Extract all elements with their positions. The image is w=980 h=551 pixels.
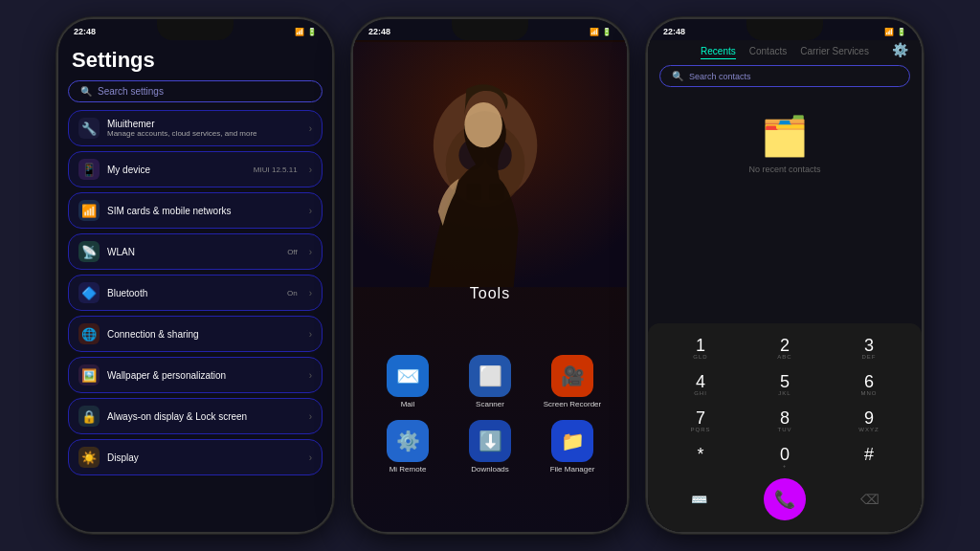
wallpaper-icon: 🖼️ bbox=[78, 364, 100, 386]
dialpad-num-3: 3 bbox=[864, 337, 874, 354]
wlan-chevron: › bbox=[309, 247, 312, 257]
signal-icon-3: 📶 bbox=[884, 28, 894, 36]
settings-content: Settings 🔍 Search settings 🔧 Miuithemer … bbox=[58, 40, 332, 532]
dialpad-sub-0: + bbox=[783, 463, 788, 469]
dialpad-key-4[interactable]: 4 GHI bbox=[659, 367, 742, 402]
tab-contacts[interactable]: Contacts bbox=[749, 44, 787, 59]
display-icon: ☀️ bbox=[78, 447, 100, 468]
display-title: Display bbox=[107, 452, 301, 463]
bluetooth-badge: On bbox=[287, 289, 298, 298]
dialpad-num-*: * bbox=[697, 446, 703, 463]
tab-carrier[interactable]: Carrier Services bbox=[800, 44, 869, 59]
wallpaper-art bbox=[353, 40, 627, 289]
dialpad-actions: ⌨️ 📞 ⌫ bbox=[659, 474, 910, 522]
settings-item-always-on[interactable]: 🔒 Always-on display & Lock screen › bbox=[68, 398, 323, 434]
svg-point-7 bbox=[464, 102, 501, 147]
status-icons-2: 📶 🔋 bbox=[590, 28, 612, 36]
my-device-title: My device bbox=[107, 165, 246, 175]
status-time-2: 22:48 bbox=[368, 27, 390, 36]
contacts-search-icon: 🔍 bbox=[672, 71, 683, 81]
dialpad-grid: 1 GLD 2 ABC 3 DEF 4 GHI 5 JKL 6 MNO 7 PQ… bbox=[659, 331, 910, 474]
dialpad-sub-7: PQRS bbox=[690, 427, 710, 432]
mi-remote-label: Mi Remote bbox=[390, 465, 427, 474]
tools-app-mail[interactable]: ✉️ Mail bbox=[372, 355, 443, 409]
dialpad-key-7[interactable]: 7 PQRS bbox=[659, 404, 742, 438]
dialpad-key-6[interactable]: 6 MNO bbox=[828, 367, 910, 402]
dialpad-sub-9: WXYZ bbox=[858, 427, 879, 432]
dialpad-key-5[interactable]: 5 JKL bbox=[744, 367, 826, 402]
sim-cards-title: SIM cards & mobile networks bbox=[107, 206, 301, 216]
mail-label: Mail bbox=[401, 400, 415, 409]
status-bar-2: 22:48 📶 🔋 bbox=[353, 19, 627, 40]
bluetooth-icon: 🔷 bbox=[78, 282, 100, 303]
always-on-chevron: › bbox=[309, 411, 312, 422]
tools-app-mi-remote[interactable]: ⚙️ Mi Remote bbox=[372, 420, 443, 474]
downloads-icon: ⬇️ bbox=[469, 420, 511, 462]
dialpad-key-8[interactable]: 8 TUV bbox=[744, 404, 826, 438]
connection-sharing-chevron: › bbox=[309, 329, 312, 340]
tools-app-screen-recorder[interactable]: 🎥 Screen Recorder bbox=[537, 355, 608, 409]
contacts-search-placeholder: Search contacts bbox=[689, 72, 751, 81]
dialpad-left-action[interactable]: ⌨️ bbox=[684, 484, 715, 515]
dialpad-key-0[interactable]: 0 + bbox=[744, 440, 826, 474]
tools-app-downloads[interactable]: ⬇️ Downloads bbox=[455, 420, 525, 474]
tools-content: Tools ✉️ Mail ⬜ Scanner 🎥 Screen Recorde… bbox=[353, 40, 627, 532]
dialpad-num-6: 6 bbox=[864, 373, 874, 390]
settings-item-bluetooth[interactable]: 🔷 Bluetooth On › bbox=[68, 275, 323, 311]
empty-contacts-text: No recent contacts bbox=[748, 165, 820, 174]
settings-item-my-device[interactable]: 📱 My device MIUI 12.5.11 › bbox=[68, 151, 323, 187]
wallpaper-chevron: › bbox=[309, 370, 312, 381]
my-device-chevron: › bbox=[309, 165, 312, 175]
dialpad-sub-5: JKL bbox=[778, 390, 791, 396]
tools-apps-grid: ✉️ Mail ⬜ Scanner 🎥 Screen Recorder ⚙️ M… bbox=[353, 355, 627, 474]
display-chevron: › bbox=[309, 452, 312, 463]
tools-app-scanner[interactable]: ⬜ Scanner bbox=[455, 355, 525, 409]
dialpad-key-3[interactable]: 3 DEF bbox=[828, 331, 910, 365]
sim-cards-chevron: › bbox=[309, 206, 312, 216]
scanner-icon: ⬜ bbox=[469, 355, 511, 397]
dialpad-key-1[interactable]: 1 GLD bbox=[659, 331, 742, 365]
settings-item-display[interactable]: ☀️ Display › bbox=[68, 439, 323, 475]
settings-item-wlan[interactable]: 📡 WLAN Off › bbox=[68, 233, 323, 270]
tab-recents[interactable]: Recents bbox=[701, 44, 736, 59]
dialpad-key-#[interactable]: # bbox=[828, 440, 910, 474]
phone-settings: 22:48 📶 🔋 Settings 🔍 Search settings 🔧 M… bbox=[56, 17, 334, 534]
miuithemer-title: Miuithemer bbox=[107, 119, 301, 129]
dialpad: 1 GLD 2 ABC 3 DEF 4 GHI 5 JKL 6 MNO 7 PQ… bbox=[648, 323, 922, 532]
dialpad-key-*[interactable]: * bbox=[659, 440, 742, 474]
wlan-title: WLAN bbox=[107, 247, 279, 257]
tools-screen: 22:48 📶 🔋 bbox=[353, 19, 627, 532]
dialpad-key-2[interactable]: 2 ABC bbox=[744, 331, 826, 365]
miuithemer-icon: 🔧 bbox=[78, 118, 100, 139]
downloads-label: Downloads bbox=[471, 465, 509, 474]
dialpad-right-action[interactable]: ⌫ bbox=[855, 484, 885, 515]
call-icon: 📞 bbox=[774, 489, 795, 510]
tools-app-file-manager[interactable]: 📁 File Manager bbox=[537, 420, 608, 474]
phone-dialer: 22:48 📶 🔋 ⚙️ RecentsContactsCarrier Serv… bbox=[646, 17, 924, 534]
wlan-icon: 📡 bbox=[78, 241, 100, 262]
wlan-badge: Off bbox=[287, 248, 298, 256]
gear-icon[interactable]: ⚙️ bbox=[892, 42, 908, 57]
contacts-search-bar[interactable]: 🔍 Search contacts bbox=[659, 65, 910, 87]
mi-remote-icon: ⚙️ bbox=[387, 420, 429, 462]
search-icon: 🔍 bbox=[80, 86, 92, 97]
settings-item-sim-cards[interactable]: 📶 SIM cards & mobile networks › bbox=[68, 192, 323, 229]
wallpaper-text: Wallpaper & personalization bbox=[107, 370, 301, 381]
dialer-screen: 22:48 📶 🔋 ⚙️ RecentsContactsCarrier Serv… bbox=[648, 19, 922, 532]
call-button[interactable]: 📞 bbox=[764, 478, 806, 520]
wallpaper-title: Wallpaper & personalization bbox=[107, 370, 301, 381]
status-icons-3: 📶 🔋 bbox=[884, 28, 906, 36]
bluetooth-title: Bluetooth bbox=[107, 288, 279, 298]
connection-sharing-title: Connection & sharing bbox=[107, 329, 301, 340]
settings-item-connection-sharing[interactable]: 🌐 Connection & sharing › bbox=[68, 316, 323, 352]
dialpad-key-9[interactable]: 9 WXYZ bbox=[828, 404, 910, 438]
settings-item-miuithemer[interactable]: 🔧 Miuithemer Manage accounts, cloud serv… bbox=[68, 110, 323, 146]
search-bar[interactable]: 🔍 Search settings bbox=[68, 80, 323, 102]
screen-recorder-label: Screen Recorder bbox=[544, 400, 601, 409]
dialpad-sub-6: MNO bbox=[861, 390, 878, 396]
status-time-1: 22:48 bbox=[74, 27, 96, 36]
settings-item-wallpaper[interactable]: 🖼️ Wallpaper & personalization › bbox=[68, 357, 323, 393]
dialpad-num-5: 5 bbox=[780, 373, 790, 390]
bluetooth-chevron: › bbox=[309, 288, 312, 298]
signal-icon-2: 📶 bbox=[590, 28, 599, 36]
